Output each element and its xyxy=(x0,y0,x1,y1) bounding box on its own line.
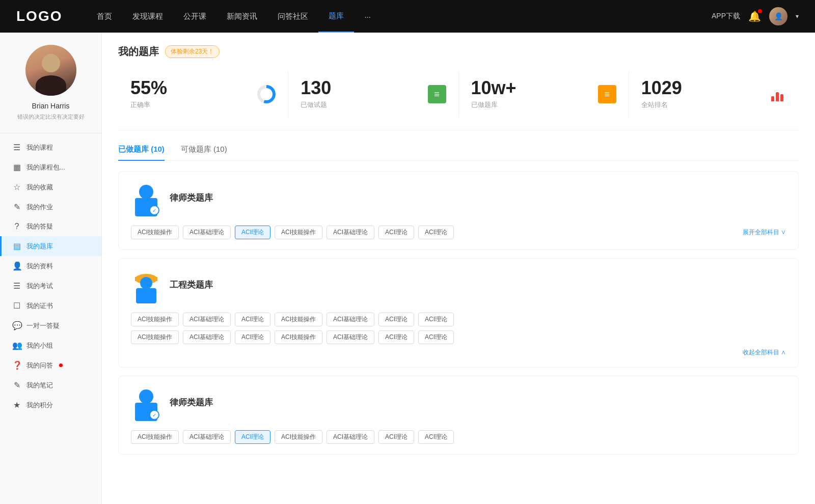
sidebar-item-qa-mine[interactable]: ? 我的答疑 xyxy=(0,217,101,236)
nav-item-more[interactable]: ··· xyxy=(354,0,381,33)
profile-icon: 👤 xyxy=(12,261,21,271)
sidebar-item-notes[interactable]: ✎ 我的笔记 xyxy=(0,375,101,395)
main-content: 我的题库 体验剩余23天！ 55% 正确率 130 已做试题 ≡ xyxy=(102,33,815,504)
tag-item[interactable]: ACI基础理论 xyxy=(183,330,231,344)
tag-item[interactable]: ACI技能操作 xyxy=(131,226,179,239)
nav-item-open-course[interactable]: 公开课 xyxy=(173,0,216,33)
sidebar-item-label: 我的题库 xyxy=(26,242,53,251)
tag-item[interactable]: ACI技能操作 xyxy=(131,430,179,444)
tag-item[interactable]: ACI技能操作 xyxy=(275,226,322,239)
sidebar-item-label: 我的作业 xyxy=(26,203,53,212)
tag-item[interactable]: ACI技能操作 xyxy=(131,330,179,344)
bank-tags-engineer-row1: ACI技能操作 ACI基础理论 ACI理论 ACI技能操作 ACI基础理论 AC… xyxy=(131,313,786,326)
sidebar-item-label: 我的课程 xyxy=(26,143,53,152)
tag-item[interactable]: ACI理论 xyxy=(378,313,414,326)
svg-point-6 xyxy=(140,277,152,289)
bar1 xyxy=(771,96,774,101)
nav-item-qa[interactable]: 问答社区 xyxy=(267,0,318,33)
logo: LOGO xyxy=(16,8,62,24)
svg-rect-7 xyxy=(136,288,156,303)
stat-accuracy: 55% 正确率 xyxy=(118,71,288,118)
user-avatar-nav[interactable]: 👤 xyxy=(769,7,787,25)
user-avatar[interactable] xyxy=(25,45,76,96)
tag-item[interactable]: ACI理论 xyxy=(378,430,414,444)
chart-stat-icon xyxy=(768,85,786,103)
sidebar-item-points[interactable]: ★ 我的积分 xyxy=(0,395,101,415)
tag-item-active[interactable]: ACI理论 xyxy=(235,430,270,444)
sidebar-item-my-qa[interactable]: ❓ 我的问答 xyxy=(0,355,101,375)
bank-item-lawyer-1: ✓ 律师类题库 ACI技能操作 ACI基础理论 ACI理论 ACI技能操作 AC… xyxy=(118,171,799,250)
sidebar-item-homework[interactable]: ✎ 我的作业 xyxy=(0,197,101,217)
tag-item[interactable]: ACI理论 xyxy=(418,313,454,326)
sidebar-item-certificate[interactable]: ☐ 我的证书 xyxy=(0,296,101,316)
bank-header-engineer: 工程类题库 xyxy=(131,269,786,304)
tag-item[interactable]: ACI基础理论 xyxy=(327,330,374,344)
tag-item[interactable]: ACI理论 xyxy=(418,430,454,444)
sidebar-item-label: 我的课程包... xyxy=(26,163,65,172)
expand-link-1[interactable]: 展开全部科目 ∨ xyxy=(743,228,786,237)
notification-bell[interactable]: 🔔 xyxy=(748,10,761,22)
list-stat-icon: ≡ xyxy=(598,85,616,103)
tab-available-banks[interactable]: 可做题库 (10) xyxy=(181,145,227,160)
tag-item[interactable]: ACI理论 xyxy=(378,330,414,344)
sidebar-item-question-bank[interactable]: ▤ 我的题库 xyxy=(0,236,101,256)
app-download-button[interactable]: APP下载 xyxy=(712,12,740,21)
stat-accuracy-label: 正确率 xyxy=(130,100,251,109)
bank-title-engineer: 工程类题库 xyxy=(170,279,213,291)
tag-item[interactable]: ACI理论 xyxy=(378,226,414,239)
page-title: 我的题库 xyxy=(118,45,159,59)
tag-item[interactable]: ACI技能操作 xyxy=(275,330,322,344)
notification-dot xyxy=(758,9,762,13)
course-icon: ☰ xyxy=(12,143,21,152)
collapse-link[interactable]: 收起全部科目 ∧ xyxy=(131,348,786,357)
sidebar-item-one-on-one[interactable]: 💬 一对一答疑 xyxy=(0,316,101,335)
star-icon: ☆ xyxy=(12,182,21,192)
sidebar-item-profile[interactable]: 👤 我的资料 xyxy=(0,256,101,276)
tag-item[interactable]: ACI基础理论 xyxy=(183,430,231,444)
tag-item[interactable]: ACI理论 xyxy=(235,313,270,326)
sidebar-item-label: 我的证书 xyxy=(26,301,53,311)
tag-item[interactable]: ACI理论 xyxy=(235,330,270,344)
tag-item[interactable]: ACI理论 xyxy=(418,226,454,239)
sidebar-item-label: 我的笔记 xyxy=(26,381,53,390)
points-icon: ★ xyxy=(12,400,21,410)
tag-item[interactable]: ACI技能操作 xyxy=(275,313,322,326)
tag-item-active[interactable]: ACI理论 xyxy=(235,226,270,239)
tag-item[interactable]: ACI基础理论 xyxy=(327,430,374,444)
tab-done-banks[interactable]: 已做题库 (10) xyxy=(118,145,165,160)
chat-icon: 💬 xyxy=(12,321,21,330)
stat-accuracy-value: 55% xyxy=(130,79,251,97)
tag-item[interactable]: ACI技能操作 xyxy=(275,430,322,444)
nav-item-bank[interactable]: 题库 xyxy=(318,0,354,33)
bank-tags-engineer-row2: ACI技能操作 ACI基础理论 ACI理论 ACI技能操作 ACI基础理论 AC… xyxy=(131,330,786,344)
nav-item-home[interactable]: 首页 xyxy=(87,0,122,33)
sidebar-item-favorites[interactable]: ☆ 我的收藏 xyxy=(0,177,101,197)
sidebar-item-exam[interactable]: ☰ 我的考试 xyxy=(0,276,101,296)
homework-icon: ✎ xyxy=(12,202,21,212)
sidebar-item-label: 我的小组 xyxy=(26,341,53,350)
sidebar-item-group[interactable]: 👥 我的小组 xyxy=(0,335,101,355)
bank-tags-lawyer-1: ACI技能操作 ACI基础理论 ACI理论 ACI技能操作 ACI基础理论 AC… xyxy=(131,226,786,239)
user-menu-chevron[interactable]: ▾ xyxy=(796,13,799,20)
stat-ranking: 1029 全站排名 xyxy=(629,71,799,118)
tag-item[interactable]: ACI基础理论 xyxy=(327,313,374,326)
bank-tags-lawyer-2: ACI技能操作 ACI基础理论 ACI理论 ACI技能操作 ACI基础理论 AC… xyxy=(131,430,786,444)
sidebar-item-course-package[interactable]: ▦ 我的课程包... xyxy=(0,157,101,177)
tag-item[interactable]: ACI技能操作 xyxy=(131,313,179,326)
nav-item-discover[interactable]: 发现课程 xyxy=(122,0,173,33)
lawyer-bank-icon-2: ✓ xyxy=(131,386,161,422)
trial-badge: 体验剩余23天！ xyxy=(165,45,220,58)
tag-item[interactable]: ACI基础理论 xyxy=(183,226,231,239)
stat-done-questions: 130 已做试题 ≡ xyxy=(288,71,458,118)
sidebar-item-label: 一对一答疑 xyxy=(26,321,60,330)
qa-notification-dot xyxy=(59,363,63,367)
stat-done-questions-text: 130 已做试题 xyxy=(301,79,421,109)
tag-item[interactable]: ACI理论 xyxy=(418,330,454,344)
username: Brian Harris xyxy=(8,102,93,110)
bank-header-lawyer-1: ✓ 律师类题库 xyxy=(131,182,786,217)
nav-item-news[interactable]: 新闻资讯 xyxy=(216,0,267,33)
tag-item[interactable]: ACI基础理论 xyxy=(327,226,374,239)
sidebar-item-label: 我的答疑 xyxy=(26,222,53,231)
sidebar-item-my-course[interactable]: ☰ 我的课程 xyxy=(0,137,101,157)
tag-item[interactable]: ACI基础理论 xyxy=(183,313,231,326)
